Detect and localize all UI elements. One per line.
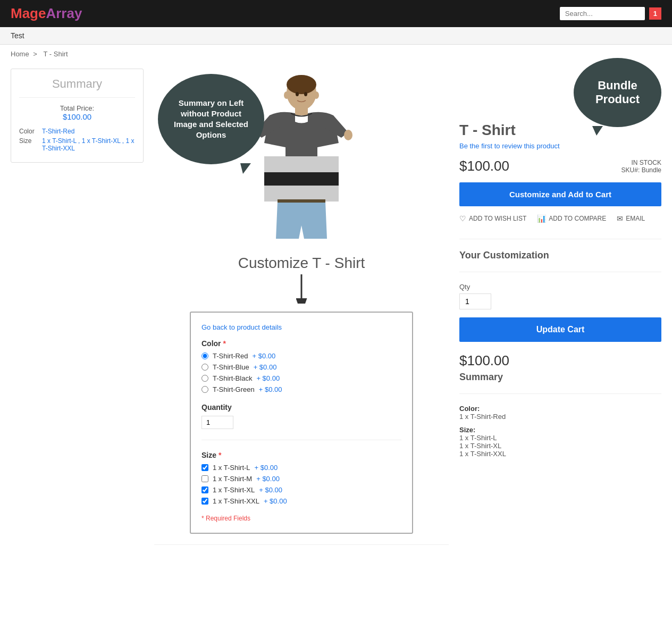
svg-rect-5 — [264, 186, 339, 202]
compare-link[interactable]: 📊 ADD TO COMPARE — [537, 214, 606, 223]
summary-size-row: Size 1 x T-Shirt-L , 1 x T-Shirt-XL , 1 … — [19, 137, 135, 152]
right-color-detail: Color: 1 x T-Shirt-Red — [459, 405, 661, 421]
bundle-bubble-tail — [592, 126, 603, 136]
summary-size-label: Size — [19, 137, 38, 152]
color-radio-blue[interactable] — [201, 364, 208, 371]
right-summary-divider — [459, 393, 661, 394]
customize-add-to-cart-button[interactable]: Customize and Add to Cart — [459, 182, 661, 206]
arrow-down — [275, 272, 328, 304]
color-radio-black[interactable] — [201, 375, 208, 382]
size-checkbox-xl[interactable] — [201, 486, 208, 493]
your-customization-section: Your Customization Qty Update Cart $100.… — [459, 250, 661, 458]
search-input[interactable] — [560, 7, 645, 20]
right-size-label: Size: — [459, 426, 661, 434]
heart-icon: ♡ — [459, 214, 466, 223]
update-cart-button[interactable]: Update Cart — [459, 317, 661, 342]
customization-box: Go back to product details Color * T-Shi… — [190, 312, 413, 534]
svg-rect-3 — [264, 156, 339, 172]
size-option-m: 1 x T-Shirt-M + $0.00 — [201, 475, 401, 483]
price-row: $100.00 IN STOCK SKU#: Bundle — [459, 158, 661, 174]
right-color-label: Color: — [459, 405, 661, 413]
color-option-blue: T-Shirt-Blue + $0.00 — [201, 363, 401, 371]
header: MageArray 1 — [0, 0, 672, 27]
summary-color-value: T-Shirt-Red — [42, 128, 74, 135]
required-note: * Required Fields — [201, 515, 401, 522]
color-required-star: * — [223, 339, 225, 348]
size-checkbox-m[interactable] — [201, 475, 208, 482]
logo: MageArray — [11, 5, 82, 22]
size-option-xxl: 1 x T-Shirt-XXL + $0.00 — [201, 497, 401, 505]
annotation-bubble-container: Summary on Left without Product Image an… — [158, 74, 264, 164]
stock-info: IN STOCK SKU#: Bundle — [621, 159, 661, 174]
right-size-value-xl: 1 x T-Shirt-XL — [459, 442, 661, 450]
svg-point-9 — [314, 91, 319, 99]
right-size-value-xxl: 1 x T-Shirt-XXL — [459, 450, 661, 458]
size-checkbox-l[interactable] — [201, 464, 208, 471]
quantity-label: Quantity — [201, 403, 401, 412]
svg-rect-4 — [264, 172, 339, 186]
email-link[interactable]: ✉ EMAIL — [617, 214, 645, 223]
in-stock: IN STOCK — [621, 159, 661, 166]
svg-point-1 — [287, 75, 316, 94]
header-right: 1 — [560, 7, 661, 20]
svg-point-7 — [304, 92, 307, 96]
right-total-price: $100.00 — [459, 352, 661, 369]
right-size-value-l: 1 x T-Shirt-L — [459, 434, 661, 442]
right-divider — [459, 239, 661, 239]
nav-test[interactable]: Test — [11, 31, 24, 40]
qty-field[interactable] — [459, 293, 491, 309]
logo-mage: Mage — [11, 5, 46, 21]
customize-qty-input[interactable] — [201, 416, 233, 429]
nav-bar: Test — [0, 27, 672, 45]
wish-list-link[interactable]: ♡ ADD TO WISH LIST — [459, 214, 526, 223]
size-label: Size * — [201, 451, 401, 459]
breadcrumb-separator: > — [33, 50, 37, 58]
bottom-divider — [154, 544, 449, 545]
right-summary-title: Summary — [459, 372, 661, 383]
size-option-group: Size * 1 x T-Shirt-L + $0.00 1 x T-Shirt… — [201, 451, 401, 505]
go-back-link[interactable]: Go back to product details — [201, 323, 401, 331]
size-option-xl: 1 x T-Shirt-XL + $0.00 — [201, 486, 401, 494]
summary-price: $100.00 — [19, 112, 135, 121]
svg-point-6 — [296, 92, 299, 96]
color-option-group: Color * T-Shirt-Red + $0.00 T-Shirt-Blue… — [201, 339, 401, 393]
svg-point-10 — [344, 130, 352, 140]
color-label: Color * — [201, 339, 401, 348]
summary-box: Summary Total Price: $100.00 Color T-Shi… — [11, 69, 144, 163]
right-column: Bundle Product T - Shirt Be the first to… — [459, 69, 661, 556]
right-color-value: 1 x T-Shirt-Red — [459, 413, 661, 421]
svg-rect-2 — [295, 106, 308, 115]
color-option-red: T-Shirt-Red + $0.00 — [201, 352, 401, 360]
qty-label: Qty — [459, 283, 661, 291]
summary-size-value: 1 x T-Shirt-L , 1 x T-Shirt-XL , 1 x T-S… — [42, 137, 135, 152]
summary-color-row: Color T-Shirt-Red — [19, 128, 135, 135]
product-details: T - Shirt Be the first to review this pr… — [459, 122, 661, 223]
qty-section: Qty — [459, 283, 661, 309]
product-image-section: Summary on Left without Product Image an… — [190, 69, 413, 239]
quantity-group: Quantity — [201, 403, 401, 429]
summary-details: Color T-Shirt-Red Size 1 x T-Shirt-L , 1… — [19, 128, 135, 152]
breadcrumb-home[interactable]: Home — [11, 50, 29, 58]
left-column: Summary Total Price: $100.00 Color T-Shi… — [11, 69, 144, 556]
svg-point-8 — [284, 91, 289, 99]
color-radio-red[interactable] — [201, 352, 208, 359]
size-checkbox-xxl[interactable] — [201, 498, 208, 505]
center-column: Summary on Left without Product Image an… — [154, 69, 449, 556]
review-link[interactable]: Be the first to review this product — [459, 142, 661, 150]
action-links: ♡ ADD TO WISH LIST 📊 ADD TO COMPARE ✉ EM… — [459, 214, 661, 223]
customize-heading: Customize T - Shirt — [238, 255, 365, 272]
bubble-tail — [240, 163, 251, 174]
customization-divider — [459, 272, 661, 272]
color-radio-green[interactable] — [201, 386, 208, 393]
cart-badge[interactable]: 1 — [649, 7, 661, 20]
logo-array: Array — [46, 5, 82, 21]
email-icon: ✉ — [617, 214, 623, 223]
summary-total-label: Total Price: — [19, 104, 135, 112]
product-price: $100.00 — [459, 158, 509, 174]
bundle-bubble-container: Bundle Product — [574, 58, 661, 127]
summary-color-label: Color — [19, 128, 38, 135]
customization-title: Your Customization — [459, 250, 661, 261]
sku-line: SKU#: Bundle — [621, 166, 661, 174]
color-option-black: T-Shirt-Black + $0.00 — [201, 374, 401, 382]
summary-title: Summary — [19, 77, 135, 98]
